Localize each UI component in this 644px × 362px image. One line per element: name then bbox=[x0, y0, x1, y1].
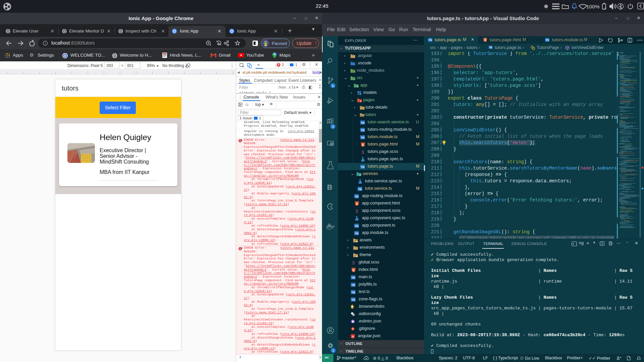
svg-text:TS: TS bbox=[361, 121, 365, 124]
svg-text:S: S bbox=[352, 260, 355, 265]
svg-text:TS: TS bbox=[352, 298, 355, 301]
svg-text:◆: ◆ bbox=[356, 255, 358, 257]
svg-text:TS: TS bbox=[429, 39, 432, 42]
svg-text:⚙: ⚙ bbox=[360, 100, 362, 102]
svg-text:<>: <> bbox=[353, 78, 356, 80]
svg-text:TS: TS bbox=[355, 195, 359, 198]
svg-text:TS: TS bbox=[352, 276, 355, 279]
svg-text:TS: TS bbox=[355, 225, 359, 228]
svg-text:TS: TS bbox=[361, 136, 365, 139]
svg-text:■: ■ bbox=[356, 240, 358, 242]
svg-text:5: 5 bbox=[356, 202, 358, 205]
svg-text:5: 5 bbox=[353, 268, 354, 272]
svg-text:TS: TS bbox=[361, 166, 365, 169]
svg-text:⚙: ⚙ bbox=[359, 174, 361, 176]
svg-text:TS: TS bbox=[489, 46, 492, 49]
svg-text:n: n bbox=[354, 70, 355, 73]
svg-text:TS: TS bbox=[546, 39, 549, 42]
svg-text:⚙: ⚙ bbox=[357, 85, 359, 87]
svg-text:5: 5 bbox=[484, 38, 486, 42]
svg-text:S: S bbox=[362, 150, 364, 155]
svg-text:5: 5 bbox=[362, 143, 364, 146]
svg-text:TS: TS bbox=[361, 129, 365, 132]
svg-text:TS: TS bbox=[352, 284, 355, 287]
svg-text:S: S bbox=[356, 209, 358, 214]
svg-text:TS: TS bbox=[352, 291, 355, 294]
svg-text:TS: TS bbox=[358, 188, 362, 191]
svg-text:A: A bbox=[352, 335, 354, 338]
svg-text:TS: TS bbox=[355, 232, 359, 235]
